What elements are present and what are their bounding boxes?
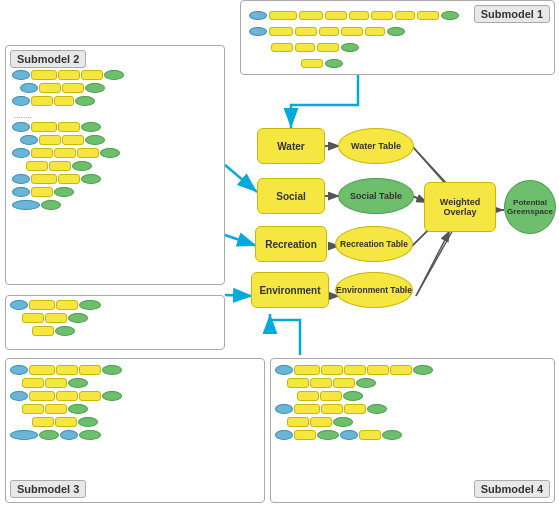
main-canvas: Submodel 1: [0, 0, 559, 506]
environment-table-node: Environment Table: [335, 272, 413, 308]
social-node: Social: [257, 178, 325, 214]
svg-line-8: [416, 228, 454, 296]
submodel2-label: Submodel 2: [10, 50, 86, 68]
svg-line-18: [416, 230, 450, 296]
submodel4-box: Submodel 4: [270, 358, 555, 503]
social-table-node: Social Table: [338, 178, 414, 214]
submodel3-label: Submodel 3: [10, 480, 86, 498]
recreation-table-node: Recreation Table: [335, 226, 413, 262]
recreation-node: Recreation: [255, 226, 327, 262]
weighted-overlay-node: Weighted Overlay: [424, 182, 496, 232]
submodel4-label: Submodel 4: [474, 480, 550, 498]
environment-node: Environment: [251, 272, 329, 308]
submodel3-box: Submodel 3: [5, 358, 265, 503]
submodel1-label: Submodel 1: [474, 5, 550, 23]
submodel1-box: Submodel 1: [240, 0, 555, 75]
potential-greenspace-node: Potential Greenspace: [504, 180, 556, 234]
water-table-node: Water Table: [338, 128, 414, 164]
water-node: Water: [257, 128, 325, 164]
extra-box: [5, 295, 225, 350]
submodel2-box: Submodel 2 .......: [5, 45, 225, 285]
